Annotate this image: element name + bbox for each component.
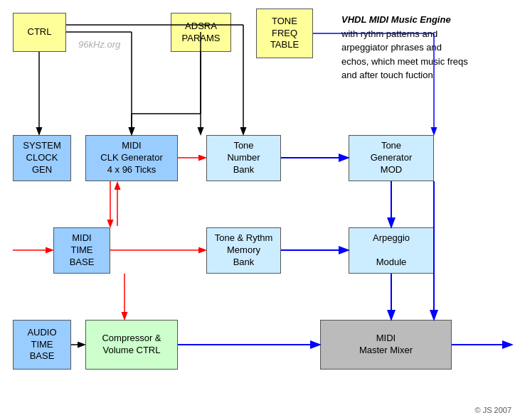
- ctrl-box: CTRL: [13, 13, 66, 52]
- vhdl-description: VHDL MIDI Music Engine with rythm patter…: [341, 13, 512, 82]
- compressor-box: Compressor &Volume CTRL: [85, 320, 178, 370]
- vhdl-title: VHDL MIDI Music Engine: [341, 14, 451, 25]
- watermark: 96kHz.org: [78, 39, 120, 50]
- vhdl-desc: with rythm patterns andarpeggiator phras…: [341, 28, 468, 81]
- diagram: VHDL MIDI Music Engine with rythm patter…: [0, 0, 520, 420]
- midi-time-box: MIDITIMEBASE: [53, 227, 110, 274]
- tone-rythm-box: Tone & RythmMemoryBank: [206, 227, 281, 274]
- copyright: © JS 2007: [474, 406, 511, 414]
- sys-clk-box: SYSTEMCLOCKGEN: [13, 135, 71, 181]
- tone-freq-box: TONEFREQTABLE: [256, 9, 313, 58]
- midi-clk-box: MIDICLK Generator4 x 96 Ticks: [85, 135, 178, 181]
- audio-time-box: AUDIOTIMEBASE: [13, 320, 71, 370]
- midi-mixer-box: MIDIMaster Mixer: [320, 320, 452, 370]
- tone-num-box: ToneNumberBank: [206, 135, 281, 181]
- adsra-box: ADSRAPARAMS: [171, 13, 231, 52]
- tone-gen-box: ToneGeneratorMOD: [349, 135, 434, 181]
- arpeggio-box: ArpeggioModule: [349, 227, 434, 274]
